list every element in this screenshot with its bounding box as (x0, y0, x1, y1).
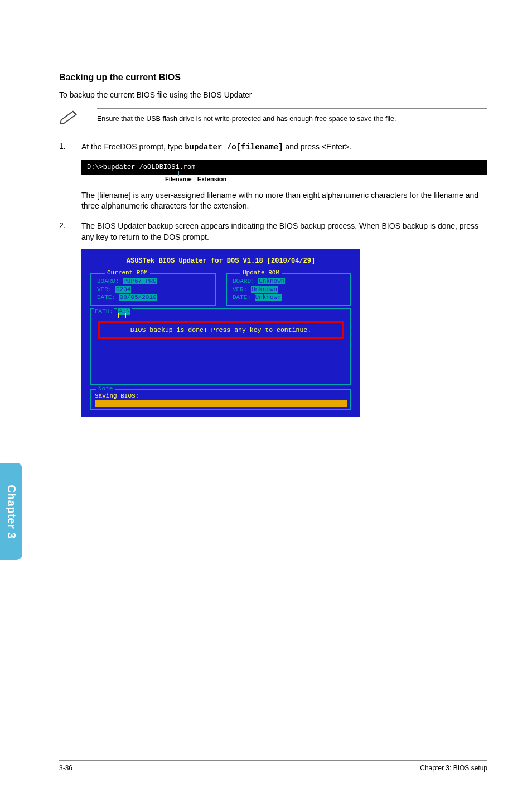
bios-backup-banner: BIOS backup is done! Press any key to co… (98, 321, 344, 339)
progress-bar (95, 400, 347, 407)
page-footer: 3-36 Chapter 3: BIOS setup (59, 760, 487, 772)
update-rom-box: Update ROM BOARD: Unknown VER: Unknown D… (226, 273, 351, 306)
chapter-title: Chapter 3: BIOS setup (420, 764, 487, 772)
dos-prompt-box: D:\>bupdater /oOLDBIOS1.rom (81, 160, 487, 175)
prompt-ext: rom (183, 163, 196, 172)
upd-board-lbl: BOARD: (233, 278, 258, 284)
chapter-label: Chapter 3 (5, 485, 18, 539)
cur-date-lbl: DATE: (97, 294, 119, 301)
saving-bios-label: Saving BIOS: (95, 393, 347, 399)
note-pencil-icon (59, 108, 80, 124)
filename-label: Filename (165, 176, 192, 182)
note-text: Ensure that the USB flash drive is not w… (97, 108, 487, 129)
extension-label: Extension (197, 176, 227, 182)
cur-ver-val: 0204 (115, 286, 131, 293)
step1-post: and press <Enter>. (283, 142, 352, 151)
upd-ver-lbl: VER: (233, 286, 251, 293)
current-rom-legend: Current ROM (105, 269, 150, 276)
path-label: PATH: (94, 308, 114, 315)
current-rom-box: Current ROM BOARD: P8P67 PRO VER: 0204 D… (90, 273, 216, 306)
upd-date-lbl: DATE: (233, 294, 255, 301)
step1-note: The [filename] is any user-assigned file… (81, 190, 487, 212)
step1-cmd: bupdater /o[filename] (185, 143, 283, 152)
prompt-dot: . (180, 163, 183, 171)
upd-board-val: Unknown (258, 278, 285, 284)
bios-title: ASUSTek BIOS Updater for DOS V1.18 [2010… (90, 257, 351, 265)
chapter-side-tab: Chapter 3 (0, 463, 22, 560)
step2-text: The BIOS Updater backup screen appears i… (81, 221, 487, 243)
path-ticks (118, 313, 126, 318)
step-number: 1. (59, 142, 81, 153)
bios-updater-screen: ASUSTek BIOS Updater for DOS V1.18 [2010… (81, 249, 360, 417)
prompt-filename: OLDBIOS1 (147, 163, 180, 172)
step-2: 2. The BIOS Updater backup screen appear… (59, 221, 487, 243)
upd-date-val: Unknown (255, 294, 282, 301)
cur-board-val: P8P67 PRO (123, 278, 157, 284)
prompt-prefix: D:\>bupdater /o (87, 163, 147, 171)
path-box: PATH: A:\ BIOS backup is done! Press any… (90, 308, 351, 385)
bios-note-box: Note Saving BIOS: (90, 389, 351, 410)
step1-pre: At the FreeDOS prompt, type (81, 142, 185, 151)
section-heading: Backing up the current BIOS (59, 73, 487, 83)
step-1: 1. At the FreeDOS prompt, type bupdater … (59, 142, 487, 153)
update-rom-legend: Update ROM (240, 269, 282, 276)
note-legend: Note (96, 385, 115, 392)
cur-date-val: 08/05/2010 (119, 294, 157, 301)
page-number: 3-36 (59, 764, 72, 772)
step-number: 2. (59, 221, 81, 243)
cur-ver-lbl: VER: (97, 286, 115, 293)
upd-ver-val: Unknown (251, 286, 278, 293)
filename-labels: Filename Extension (165, 176, 487, 182)
cur-board-lbl: BOARD: (97, 278, 123, 284)
intro-text: To backup the current BIOS file using th… (59, 90, 487, 99)
